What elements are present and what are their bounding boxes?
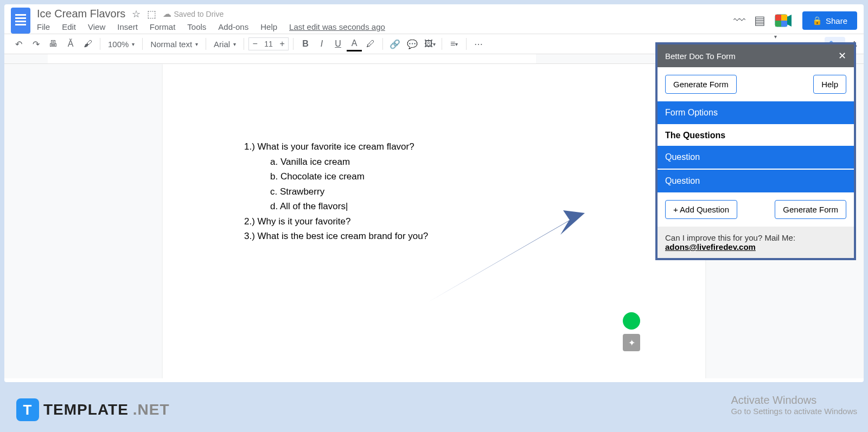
cloud-icon: ☁ bbox=[163, 9, 171, 19]
panel-header: Better Doc To Form ✕ bbox=[658, 44, 854, 67]
separator bbox=[206, 38, 206, 50]
question-1: 1.) What is your favorite ice cream flav… bbox=[244, 140, 624, 154]
paint-format-icon[interactable]: 🖌 bbox=[80, 36, 95, 51]
share-button[interactable]: 🔒Share bbox=[802, 11, 857, 30]
decrease-font-button[interactable]: − bbox=[249, 38, 261, 50]
zoom-select[interactable]: 100%▾ bbox=[105, 38, 138, 50]
separator bbox=[142, 38, 143, 50]
star-icon[interactable]: ☆ bbox=[132, 8, 141, 20]
question-2: 2.) Why is it your favorite? bbox=[244, 215, 624, 229]
help-button[interactable]: Help bbox=[813, 75, 846, 94]
app-window: Ice Cream Flavors ☆ ⬚ ☁Saved to Drive Fi… bbox=[4, 4, 864, 382]
image-icon[interactable]: 🖼▾ bbox=[422, 36, 437, 51]
option-1a: a. Vanilla ice cream bbox=[244, 155, 624, 169]
option-1d: d. All of the flavors bbox=[244, 199, 624, 214]
highlight-icon[interactable]: 🖊 bbox=[363, 36, 378, 51]
bold-icon[interactable]: B bbox=[298, 36, 313, 51]
comments-icon[interactable]: ▤ bbox=[754, 14, 765, 28]
menu-bar: File Edit View Insert Format Tools Add-o… bbox=[37, 20, 733, 34]
separator bbox=[244, 38, 244, 50]
contact-email-link[interactable]: adons@livefiredev.com bbox=[665, 242, 756, 252]
option-1c: c. Strawberry bbox=[244, 185, 624, 199]
header-right: 〰 ▤ ▾ 🔒Share bbox=[733, 11, 857, 30]
align-icon[interactable]: ≡▾ bbox=[446, 36, 462, 51]
svg-rect-4 bbox=[781, 21, 787, 27]
title-area: Ice Cream Flavors ☆ ⬚ ☁Saved to Drive Fi… bbox=[37, 8, 733, 34]
style-select[interactable]: Normal text▾ bbox=[147, 38, 201, 50]
form-options-section[interactable]: Form Options bbox=[658, 101, 854, 124]
more-icon[interactable]: ⋯ bbox=[471, 36, 486, 51]
separator bbox=[442, 38, 442, 50]
redo-icon[interactable]: ↷ bbox=[28, 36, 43, 51]
print-icon[interactable]: 🖶 bbox=[46, 36, 61, 51]
separator bbox=[466, 38, 467, 50]
menu-help[interactable]: Help bbox=[260, 22, 277, 31]
menu-addons[interactable]: Add-ons bbox=[218, 22, 248, 31]
explore-button[interactable]: ✦ bbox=[623, 334, 640, 351]
increase-font-button[interactable]: + bbox=[276, 38, 288, 50]
separator bbox=[382, 38, 383, 50]
document-title[interactable]: Ice Cream Flavors bbox=[37, 8, 125, 20]
add-question-button[interactable]: + Add Question bbox=[665, 200, 737, 219]
close-icon[interactable]: ✕ bbox=[838, 50, 846, 62]
lock-icon: 🔒 bbox=[812, 16, 822, 25]
generate-form-button-2[interactable]: Generate Form bbox=[775, 200, 846, 219]
saved-status: ☁Saved to Drive bbox=[163, 9, 224, 19]
menu-format[interactable]: Format bbox=[150, 22, 176, 31]
italic-icon[interactable]: I bbox=[314, 36, 329, 51]
link-icon[interactable]: 🔗 bbox=[387, 36, 403, 51]
font-select[interactable]: Arial▾ bbox=[210, 38, 239, 50]
meet-icon[interactable]: ▾ bbox=[774, 12, 794, 29]
option-1b: b. Chocolate ice cream bbox=[244, 170, 624, 184]
docs-icon[interactable] bbox=[11, 8, 30, 34]
template-net-watermark: T TEMPLATE.NET bbox=[16, 398, 170, 421]
question-section-2[interactable]: Question bbox=[658, 170, 854, 192]
svg-rect-3 bbox=[775, 21, 781, 27]
undo-icon[interactable]: ↶ bbox=[11, 36, 26, 51]
last-edit-link[interactable]: Last edit was seconds ago bbox=[289, 22, 385, 31]
chat-icon[interactable] bbox=[623, 312, 640, 330]
template-logo-icon: T bbox=[16, 398, 39, 421]
activity-icon[interactable]: 〰 bbox=[733, 14, 745, 28]
the-questions-label: The Questions bbox=[665, 125, 846, 146]
menu-edit[interactable]: Edit bbox=[62, 22, 76, 31]
comment-icon[interactable]: 💬 bbox=[405, 36, 420, 51]
menu-tools[interactable]: Tools bbox=[187, 22, 206, 31]
font-size-control: − 11 + bbox=[248, 37, 289, 50]
menu-view[interactable]: View bbox=[88, 22, 105, 31]
panel-footer: Can I improve this for you? Mail Me: ado… bbox=[658, 227, 854, 258]
spellcheck-icon[interactable]: Ă bbox=[63, 36, 78, 51]
svg-rect-2 bbox=[781, 15, 787, 21]
question-section-1[interactable]: Question bbox=[658, 146, 854, 169]
menu-file[interactable]: File bbox=[37, 22, 50, 31]
panel-title: Better Doc To Form bbox=[665, 51, 736, 61]
underline-icon[interactable]: U bbox=[330, 36, 346, 51]
generate-form-button[interactable]: Generate Form bbox=[665, 75, 737, 94]
header: Ice Cream Flavors ☆ ⬚ ☁Saved to Drive Fi… bbox=[4, 4, 864, 34]
separator bbox=[100, 38, 100, 50]
move-icon[interactable]: ⬚ bbox=[147, 8, 156, 20]
document-page[interactable]: 1.) What is your favorite ice cream flav… bbox=[163, 64, 705, 378]
svg-rect-1 bbox=[775, 15, 781, 21]
text-color-icon[interactable]: A bbox=[347, 36, 362, 51]
font-size-value[interactable]: 11 bbox=[261, 40, 276, 48]
separator bbox=[293, 38, 293, 50]
activate-windows-overlay: Activate Windows Go to Settings to activ… bbox=[731, 394, 857, 416]
menu-insert[interactable]: Insert bbox=[117, 22, 138, 31]
question-3: 3.) What is the best ice cream brand for… bbox=[244, 229, 624, 243]
addon-sidebar-panel: Better Doc To Form ✕ Generate Form Help … bbox=[655, 42, 856, 260]
